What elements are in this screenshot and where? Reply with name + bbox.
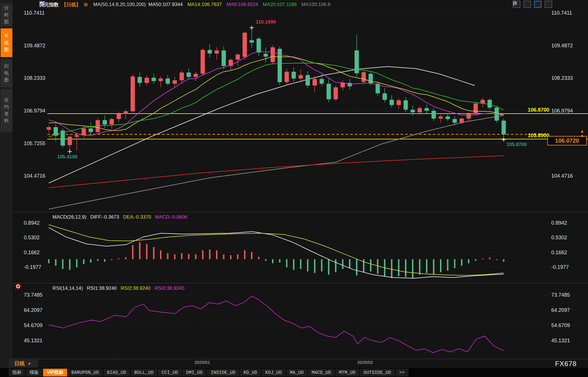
macd-label-row: MACD(26,12,9) DIFF:-0.3673 DEA:-0.3370 M…: [52, 214, 187, 220]
chart-canvas[interactable]: [0, 0, 588, 368]
indicator-tab-BIAS_UD[interactable]: BIAS_UD: [103, 369, 130, 376]
rsi2-value: RSI2:38.9240: [121, 285, 151, 291]
indicator-tab-MTM_UD[interactable]: MTM_UD: [335, 369, 359, 376]
axis-label: 106.9794: [24, 108, 45, 114]
rsi-label-row: RSI(14,14,14) RSI1:38.9240 RSI2:38.9240 …: [52, 285, 184, 291]
indicator-tab-BOLL_UD[interactable]: BOLL_UD: [131, 369, 157, 376]
x-axis-label: 2025/01: [194, 360, 210, 365]
macd-title: MACD(26,12,9): [52, 214, 86, 220]
axis-label: 106.9794: [551, 108, 573, 114]
axis-label: 105.7255: [24, 140, 45, 147]
indicator-tab-MACD_UD[interactable]: MACD_UD: [308, 369, 335, 376]
axis-label: 109.4872: [551, 42, 573, 49]
high-price-annotation: 110.1699: [256, 19, 276, 25]
rsi-title: RSI(14,14,14): [52, 285, 83, 291]
indicator-tab-指标[interactable]: 指标: [9, 369, 25, 376]
axis-label: 104.4716: [551, 173, 573, 179]
indicator-tab-MA_UD[interactable]: MA_UD: [286, 369, 307, 376]
indicator-tabbar: 指标模板VIP指标BARUPDN_UDBIAS_UDBOLL_UDCCI_UDD…: [0, 368, 588, 377]
axis-label: -0.1977: [551, 264, 569, 270]
indicator-tab-模板[interactable]: 模板: [26, 369, 42, 376]
axis-label: 0.5302: [24, 234, 40, 241]
resistance-level-label: 106.8700: [518, 107, 549, 113]
support-level-label: 105.8900: [518, 133, 549, 139]
brand-watermark: FX678: [555, 360, 577, 368]
axis-label: 64.2097: [551, 307, 570, 313]
axis-label: 104.4716: [24, 173, 45, 179]
axis-label: 0.1662: [551, 249, 567, 256]
axis-label: 73.7485: [551, 292, 570, 298]
axis-label: 64.2097: [24, 307, 42, 313]
axis-label: 110.7411: [551, 10, 572, 16]
indicator-tab-VIP指标[interactable]: VIP指标: [43, 369, 67, 376]
macd-dea-value: DEA:-0.3370: [123, 214, 151, 220]
axis-label: 73.7485: [24, 292, 42, 298]
indicator-tab-KD_UD[interactable]: KD_UD: [240, 369, 261, 376]
x-axis-label: 2025/02: [357, 360, 373, 365]
indicator-tab-INSIDE_UD[interactable]: INSIDE_UD: [207, 369, 239, 376]
macd-diff-value: DIFF:-0.3673: [90, 214, 119, 220]
axis-label: 0.8942: [24, 220, 40, 226]
period-dropdown-icon[interactable]: ▲: [28, 361, 31, 365]
period-label[interactable]: 日线: [14, 360, 25, 367]
axis-label: 45.1321: [24, 337, 42, 344]
indicator-tab-CCI_UD[interactable]: CCI_UD: [158, 369, 182, 376]
recent-low-annotation: 105.8700: [507, 142, 527, 147]
axis-label: 45.1321: [551, 337, 570, 344]
axis-label: 108.2333: [551, 75, 573, 81]
indicator-tab->>[interactable]: >>: [395, 369, 408, 376]
rsi3-value: RSI3:38.9240: [155, 285, 184, 291]
axis-label: -0.1977: [24, 264, 41, 270]
axis-label: 0.1662: [24, 249, 40, 256]
indicator-tab-OUTSIDE_UD[interactable]: OUTSIDE_UD: [360, 369, 395, 376]
indicator-tab-DMI_UD[interactable]: DMI_UD: [182, 369, 207, 376]
rsi1-value: RSI1:38.9240: [87, 285, 117, 291]
axis-label: 109.4872: [24, 42, 45, 49]
indicator-tab-KDJ_UD[interactable]: KDJ_UD: [262, 369, 286, 376]
axis-label: 110.7411: [24, 10, 44, 16]
axis-label: 54.6709: [24, 322, 42, 329]
app-window: 分时图K线图闪电图合约资料 美元指数 【日线】 ⊕ MA(50,14,9,20,…: [0, 0, 588, 377]
axis-label: 0.8942: [551, 220, 567, 226]
price-up-arrow-icon: ▲▲: [580, 129, 584, 137]
axis-label: 54.6709: [551, 322, 570, 329]
axis-label: 108.2333: [24, 75, 45, 81]
swing-low-annotation: 105.4100: [57, 154, 77, 160]
indicator-tab-BARUPDN_UD[interactable]: BARUPDN_UD: [68, 369, 103, 376]
macd-value: MACD:-0.0606: [155, 214, 187, 220]
axis-label: 0.5302: [551, 234, 567, 241]
